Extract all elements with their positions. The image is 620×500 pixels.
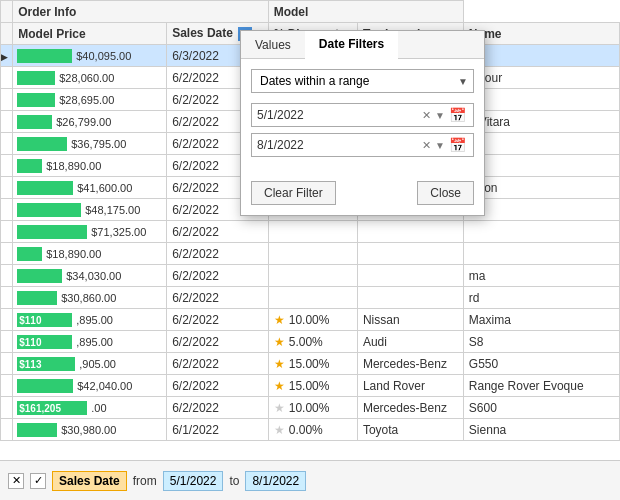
model-price-header: Model Price <box>13 23 167 45</box>
price-text: $41,600.00 <box>77 182 132 194</box>
model-name-cell: S8 <box>463 331 619 353</box>
price-cell: $34,030.00 <box>13 265 167 287</box>
discount-cell: ★10.00% <box>268 397 357 419</box>
row-indicator-header <box>1 1 13 23</box>
price-bar <box>17 137 67 151</box>
filter-bar-from-value: 5/1/2022 <box>163 471 224 491</box>
model-name-cell: dition <box>463 177 619 199</box>
price-text: $28,060.00 <box>59 72 114 84</box>
tab-date-filters[interactable]: Date Filters <box>305 31 398 59</box>
table-row[interactable]: $161,205.006/2/2022★10.00%Mercedes-BenzS… <box>1 397 620 419</box>
trademark-cell <box>357 265 463 287</box>
row-indicator <box>1 243 13 265</box>
model-name-cell: ma <box>463 265 619 287</box>
model-name-cell: us <box>463 45 619 67</box>
trademark-cell: Mercedes-Benz <box>357 353 463 375</box>
table-row[interactable]: $71,325.006/2/2022 <box>1 221 620 243</box>
price-bar <box>17 93 55 107</box>
row-indicator <box>1 177 13 199</box>
discount-cell <box>268 221 357 243</box>
price-bar <box>17 423 57 437</box>
model-name-cell: Sienna <box>463 419 619 441</box>
price-text: $30,980.00 <box>61 424 116 436</box>
model-name-cell: a <box>463 89 619 111</box>
price-text: $40,095.00 <box>76 50 131 62</box>
date-from-calendar-button[interactable]: 📅 <box>447 107 468 123</box>
date-from-clear-button[interactable]: ✕ <box>420 109 433 122</box>
price-bar <box>17 49 72 63</box>
date-from-arrow-button[interactable]: ▼ <box>433 110 447 121</box>
price-bar <box>17 71 55 85</box>
price-text: ,905.00 <box>79 358 116 370</box>
price-cell: $41,600.00 <box>13 177 167 199</box>
model-name-cell: S600 <box>463 397 619 419</box>
filter-bar-field-label: Sales Date <box>52 471 127 491</box>
price-bar <box>17 115 52 129</box>
model-name-cell: Maxima <box>463 309 619 331</box>
discount-cell <box>268 265 357 287</box>
table-row[interactable]: $113,905.006/2/2022★15.00%Mercedes-BenzG… <box>1 353 620 375</box>
date-filter-popup: Values Date Filters Dates within a range… <box>240 30 485 216</box>
date-cell: 6/2/2022 <box>167 397 269 419</box>
row-indicator <box>1 67 13 89</box>
model-name-cell: d Vitara <box>463 111 619 133</box>
price-cell: $110,895.00 <box>13 309 167 331</box>
table-row[interactable]: $110,895.006/2/2022★10.00%NissanMaxima <box>1 309 620 331</box>
price-cell: $71,325.00 <box>13 221 167 243</box>
price-text: ,895.00 <box>76 314 113 326</box>
date-to-clear-button[interactable]: ✕ <box>420 139 433 152</box>
filter-bar-check-button[interactable]: ✓ <box>30 473 46 489</box>
filter-bar: ✕ ✓ Sales Date from 5/1/2022 to 8/1/2022 <box>0 460 620 500</box>
date-cell: 6/1/2022 <box>167 419 269 441</box>
price-bar: $161,205 <box>17 401 87 415</box>
trademark-cell: Audi <box>357 331 463 353</box>
table-row[interactable]: $34,030.006/2/2022ma <box>1 265 620 287</box>
star-gray-icon: ★ <box>274 423 285 437</box>
date-cell: 6/2/2022 <box>167 243 269 265</box>
model-name-cell: rd <box>463 287 619 309</box>
date-to-arrow-button[interactable]: ▼ <box>433 140 447 151</box>
table-row[interactable]: $30,980.006/1/2022★0.00%ToyotaSienna <box>1 419 620 441</box>
price-text: $30,860.00 <box>61 292 116 304</box>
date-cell: 6/2/2022 <box>167 375 269 397</box>
price-text: $71,325.00 <box>91 226 146 238</box>
popup-body: Dates within a range ▼ ✕ ▼ 📅 ✕ ▼ 📅 <box>241 59 484 173</box>
price-cell: $113,905.00 <box>13 353 167 375</box>
row-indicator <box>1 111 13 133</box>
table-row[interactable]: $110,895.006/2/2022★5.00%AudiS8 <box>1 331 620 353</box>
date-from-row: ✕ ▼ 📅 <box>251 103 474 127</box>
price-cell: $40,095.00 <box>13 45 167 67</box>
discount-cell: ★10.00% <box>268 309 357 331</box>
row-indicator <box>1 155 13 177</box>
close-button[interactable]: Close <box>417 181 474 205</box>
row-indicator <box>1 375 13 397</box>
model-group-header: Model <box>268 1 463 23</box>
price-cell: $48,175.00 <box>13 199 167 221</box>
table-row[interactable]: $30,860.006/2/2022rd <box>1 287 620 309</box>
tab-values[interactable]: Values <box>241 31 305 58</box>
date-to-input[interactable] <box>257 138 420 152</box>
model-name-cell <box>463 133 619 155</box>
model-name-cell <box>463 243 619 265</box>
trademark-cell <box>357 243 463 265</box>
trademark-cell <box>357 287 463 309</box>
price-text: $42,040.00 <box>77 380 132 392</box>
price-bar <box>17 225 87 239</box>
price-bar <box>17 203 81 217</box>
price-cell: $26,799.00 <box>13 111 167 133</box>
filter-type-select[interactable]: Dates within a range <box>251 69 474 93</box>
table-row[interactable]: $18,890.006/2/2022 <box>1 243 620 265</box>
price-cell: $30,980.00 <box>13 419 167 441</box>
table-row[interactable]: $42,040.006/2/2022★15.00%Land RoverRange… <box>1 375 620 397</box>
price-cell: $161,205.00 <box>13 397 167 419</box>
date-cell: 6/2/2022 <box>167 265 269 287</box>
date-to-calendar-button[interactable]: 📅 <box>447 137 468 153</box>
filter-bar-close-button[interactable]: ✕ <box>8 473 24 489</box>
row-indicator <box>1 397 13 419</box>
row-indicator <box>1 353 13 375</box>
price-bar: $113 <box>17 357 75 371</box>
discount-cell: ★5.00% <box>268 331 357 353</box>
price-text: $36,795.00 <box>71 138 126 150</box>
clear-filter-button[interactable]: Clear Filter <box>251 181 336 205</box>
date-from-input[interactable] <box>257 108 420 122</box>
